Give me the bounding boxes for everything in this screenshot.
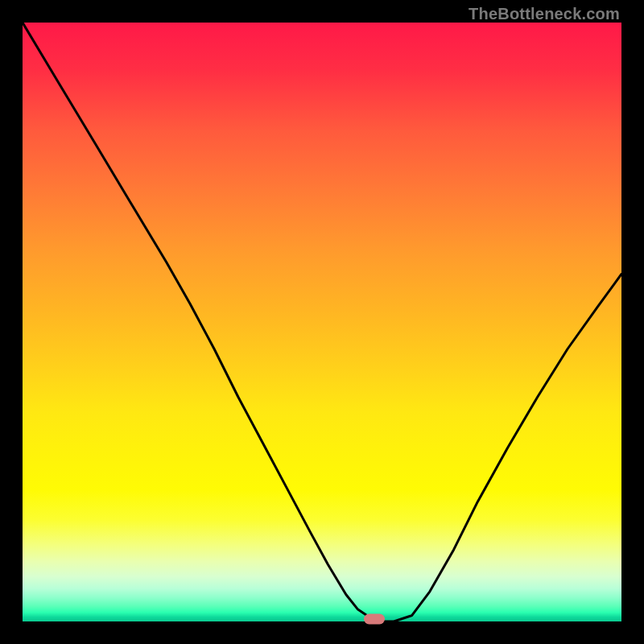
plot-area — [23, 23, 621, 621]
curve-svg — [23, 23, 621, 621]
optimal-marker — [364, 614, 385, 625]
bottleneck-curve — [23, 23, 621, 621]
chart-container: TheBottleneck.com — [0, 0, 644, 644]
watermark-text: TheBottleneck.com — [469, 5, 620, 23]
